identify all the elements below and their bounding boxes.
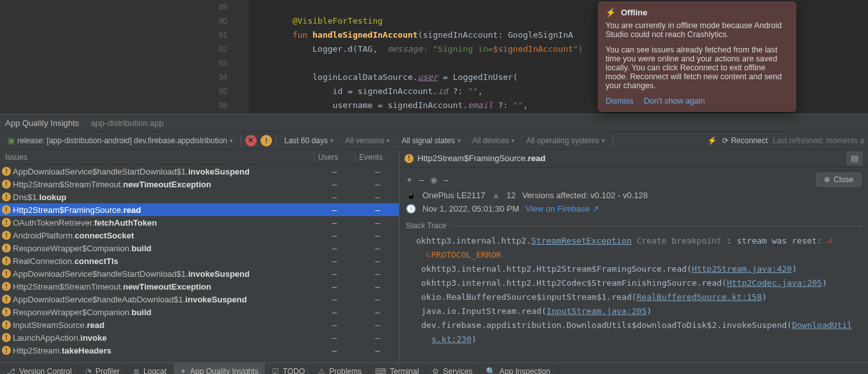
warning-icon: ! xyxy=(0,308,13,316)
phone-icon: 📱 xyxy=(406,191,416,200)
issue-row[interactable]: !Dns$1.lookup–– xyxy=(0,191,399,203)
issue-row[interactable]: !RealConnection.connectTls–– xyxy=(0,254,399,267)
chevron-down-icon: ▾ xyxy=(230,137,233,144)
issue-events: – xyxy=(356,320,399,330)
warning-icon: ! xyxy=(0,295,13,304)
stack-link[interactable]: Http2Stream.java:420 xyxy=(692,264,792,274)
tab-services[interactable]: ⚙Services xyxy=(426,363,479,374)
toast-title-text: Offline xyxy=(621,8,647,17)
issue-row[interactable]: !Http2Stream$StreamTimeout.newTimeoutExc… xyxy=(0,280,399,293)
toast-p1: You are currently in offline mode becaus… xyxy=(606,21,789,39)
col-events[interactable]: Events xyxy=(355,153,399,162)
prop: user xyxy=(418,72,438,82)
stack-link[interactable]: RealBufferedSource.kt:158 xyxy=(637,292,762,302)
frame: okhttp3.internal.http2.Http2Stream$Frami… xyxy=(421,264,692,274)
nav-prev-icon[interactable]: ✦ xyxy=(406,175,413,185)
col-users[interactable]: Users xyxy=(314,153,355,162)
release-dropdown[interactable]: ▣ release: [app-distribution-android] de… xyxy=(4,135,237,146)
issue-row[interactable]: !AppDownloadService$handleAabDownload$1.… xyxy=(0,293,399,306)
stack-link[interactable]: Http2Codec.java:205 xyxy=(727,278,822,288)
stack-trace-header: Stack Trace xyxy=(406,221,862,230)
aqi-title: App Quality Insights xyxy=(5,118,79,128)
issues-table-header: Issues Users Events xyxy=(0,150,399,165)
inspect-icon: 🔍 xyxy=(486,367,495,375)
line-gutter: 89 90 91 92 93 94 95 96 xyxy=(0,0,250,114)
tab-label: TODO xyxy=(283,367,305,375)
time-range-dropdown[interactable]: Last 60 days▾ xyxy=(280,135,337,146)
os-dropdown[interactable]: All operating systems▾ xyxy=(522,135,609,146)
warning-icon: ! xyxy=(0,167,13,176)
issue-row[interactable]: !ResponseWrapper$Companion.build–– xyxy=(0,242,399,254)
versions-dropdown[interactable]: All versions▾ xyxy=(341,135,394,146)
issue-row[interactable]: !Http2Stream$FramingSource.read–– xyxy=(0,203,399,216)
signal-dropdown[interactable]: All signal states▾ xyxy=(398,135,464,146)
devices-dropdown[interactable]: All devices▾ xyxy=(469,135,518,146)
warning-icon: ! xyxy=(0,205,13,214)
reload-icon: ⟳ xyxy=(722,136,728,145)
arg-m: = signedInAccount. xyxy=(342,86,438,96)
gauge-icon: ◔ xyxy=(85,367,92,375)
divider xyxy=(451,226,862,226)
issue-events: – xyxy=(356,244,399,253)
tab-profiler[interactable]: ◔Profiler xyxy=(79,363,127,374)
issue-row[interactable]: !Http2Stream.takeHeaders–– xyxy=(0,344,399,357)
issue-row[interactable]: !ResponseWrapper$Companion.build–– xyxy=(0,306,399,318)
close-button[interactable]: Close xyxy=(816,173,862,187)
time-label: Last 60 days xyxy=(284,136,328,145)
paren: ) xyxy=(822,278,827,288)
issue-row[interactable]: !AppDownloadService$handleStartDownload$… xyxy=(0,267,399,280)
create-breakpoint-hint[interactable]: Create breakpoint xyxy=(636,236,721,245)
devices-label: All devices xyxy=(472,136,509,145)
event-time: Nov 1, 2022, 05:01:30 PM xyxy=(422,204,519,214)
paren: ) xyxy=(792,264,797,274)
tab-label: Services xyxy=(443,367,472,375)
warning-icon: ! xyxy=(0,320,13,329)
issue-row[interactable]: !Http2Stream$StreamTimeout.newTimeoutExc… xyxy=(0,178,399,191)
prop: email xyxy=(468,100,493,110)
nonfatal-filter-toggle[interactable]: ! xyxy=(261,135,272,146)
fatal-filter-toggle[interactable]: ✕ xyxy=(245,135,257,146)
aqi-toolwindow-header: App Quality Insights app-distribution.ap… xyxy=(0,114,868,132)
clock-icon: 🕔 xyxy=(406,204,416,214)
tab-version-control[interactable]: ⎇Version Control xyxy=(0,363,79,374)
issue-name: Dns$1.lookup xyxy=(13,192,313,202)
user-icon: ◉ xyxy=(430,175,437,185)
issue-row[interactable]: !AndroidPlatform.connectSocket–– xyxy=(0,229,399,242)
expand-icon[interactable]: ▤ xyxy=(846,152,863,166)
view-on-firebase-link[interactable]: View on Firebase ↗ xyxy=(526,204,599,214)
stack-trace[interactable]: okhttp3.internal.http2.StreamResetExcept… xyxy=(406,234,862,347)
warning-icon: ! xyxy=(0,180,13,189)
issue-row[interactable]: !LaunchAppAction.invoke–– xyxy=(0,331,399,344)
stack-pkg: okhttp3.internal.http2. xyxy=(416,236,531,245)
issues-list[interactable]: !AppDownloadService$handleStartDownload$… xyxy=(0,165,399,362)
tab-logcat[interactable]: ≣Logcat xyxy=(127,363,173,374)
error-const: PROTOCOL_ERROR xyxy=(431,250,501,260)
reconnect-button[interactable]: ⟳ Reconnect xyxy=(722,136,768,145)
issue-row[interactable]: !InputStreamSource.read–– xyxy=(0,318,399,331)
chevron-down-icon: ▾ xyxy=(458,137,461,144)
tab-app-inspection[interactable]: 🔍App Inspection xyxy=(479,363,557,374)
issue-name: ResponseWrapper$Companion.build xyxy=(13,244,313,253)
close-label: Close xyxy=(833,175,853,184)
dont-show-link[interactable]: Don't show again xyxy=(644,97,705,105)
tab-todo[interactable]: ☑TODO xyxy=(266,363,312,374)
line-number: 91 xyxy=(0,28,249,42)
toast-p2: You can see issues already fetched from … xyxy=(606,45,789,90)
tab-terminal[interactable]: ⌨Terminal xyxy=(369,363,426,374)
param-hint: message: xyxy=(388,44,428,54)
tab-app-quality-insights[interactable]: ✦App Quality Insights xyxy=(173,363,266,374)
stack-link[interactable]: InputStream.java:205 xyxy=(547,306,647,316)
arg-m: = signedInAccount. xyxy=(373,100,468,110)
detail-title-bar: ! Http2Stream$FramingSource.read ▤ xyxy=(399,150,868,168)
tab-label: App Inspection xyxy=(499,367,550,375)
string: "Signing in= xyxy=(433,44,493,54)
frame: okio.RealBufferedSource$inputStream$1.re… xyxy=(421,292,637,302)
dismiss-link[interactable]: Dismiss xyxy=(606,97,634,105)
issue-row[interactable]: !OAuthTokenRetriever.fetchAuthToken–– xyxy=(0,216,399,229)
tab-problems[interactable]: ⚠Problems xyxy=(312,363,369,374)
device-info-row: 📱 OnePlus LE2117 ▲ 12 Versions affected:… xyxy=(406,191,862,200)
stack-link[interactable]: StreamResetException xyxy=(531,236,632,245)
line-number: 89 xyxy=(0,0,249,14)
col-issues[interactable]: Issues xyxy=(0,153,314,162)
issue-row[interactable]: !AppDownloadService$handleStartDownload$… xyxy=(0,165,399,178)
